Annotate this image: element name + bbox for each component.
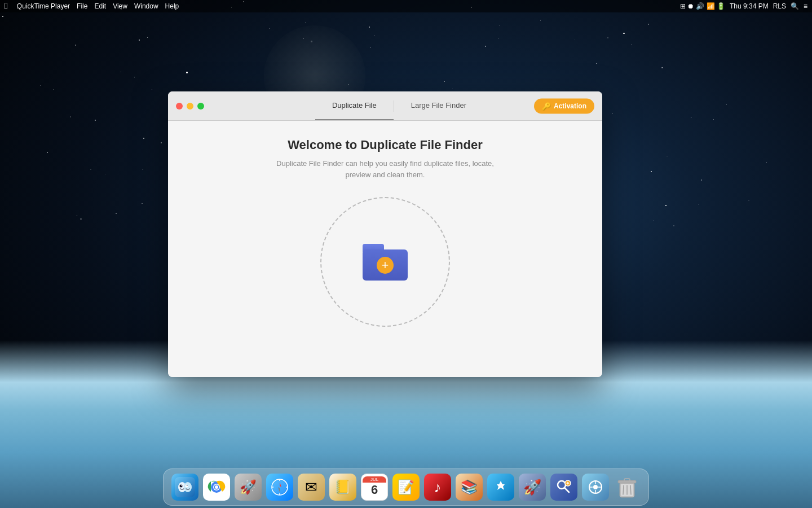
star: [40, 85, 41, 86]
dock-item-mailbird[interactable]: ✉: [297, 472, 326, 502]
star: [500, 25, 500, 26]
star: [2, 16, 3, 17]
edit-menu[interactable]: Edit: [94, 2, 106, 10]
star: [105, 174, 105, 175]
menubar-left:  QuickTime Player File Edit View Window…: [5, 1, 680, 11]
star: [306, 22, 306, 23]
star: [766, 163, 767, 163]
dock-item-rocket-typist[interactable]: 🚀: [233, 472, 263, 502]
dock-item-launchrocket[interactable]: 🚀: [518, 472, 547, 502]
tab-duplicate-file[interactable]: Duplicate File: [315, 91, 394, 120]
dock-item-address-book[interactable]: 📒: [328, 472, 358, 502]
app-name-menu[interactable]: QuickTime Player: [17, 2, 70, 10]
folder-body: +: [363, 249, 408, 281]
menubar-search[interactable]: 🔍: [791, 2, 799, 10]
star: [134, 77, 135, 77]
calendar-date: 6: [371, 483, 378, 497]
content-area: Welcome to Duplicate File Finder Duplica…: [168, 121, 602, 377]
menubar-user: RLS: [773, 2, 786, 10]
star: [142, 203, 143, 204]
svg-line-33: [623, 485, 624, 494]
view-menu[interactable]: View: [113, 2, 127, 10]
rocket-typist-icon: 🚀: [235, 474, 262, 501]
dock: 🚀 ✉ 📒 JUL: [163, 468, 649, 506]
star: [70, 116, 70, 117]
duplicate-finder-icon: [550, 474, 577, 501]
close-button[interactable]: [176, 103, 183, 110]
drop-zone[interactable]: +: [320, 197, 450, 327]
star: [186, 72, 187, 73]
dock-item-trash[interactable]: [612, 472, 642, 502]
menubar-right: ⊞ ⏺ 🔊 📶 🔋 Thu 9:34 PM RLS 🔍 ≡: [680, 2, 807, 10]
welcome-subtitle: Duplicate File Finder can help you easil…: [276, 158, 494, 180]
dock-item-chrome[interactable]: [202, 472, 231, 502]
star: [270, 28, 270, 29]
star: [143, 169, 143, 170]
dock-item-books[interactable]: 📚: [454, 472, 484, 502]
star: [370, 47, 371, 48]
star: [303, 38, 304, 39]
dock-item-duplicate-finder[interactable]: [549, 472, 579, 502]
star: [90, 169, 91, 170]
star: [143, 138, 144, 139]
star: [701, 179, 702, 181]
star: [770, 62, 770, 62]
star: [673, 225, 674, 226]
dock-item-safari[interactable]: [265, 472, 294, 502]
activation-button[interactable]: 🔑 Activation: [534, 98, 594, 113]
dock-item-proxyman[interactable]: [581, 472, 610, 502]
star: [54, 89, 54, 90]
star: [632, 44, 632, 45]
appstore-icon: [487, 474, 514, 501]
star: [152, 89, 152, 90]
window-menu[interactable]: Window: [134, 2, 158, 10]
star: [651, 171, 652, 172]
file-menu[interactable]: File: [77, 2, 87, 10]
svg-point-3: [180, 485, 183, 488]
maximize-button[interactable]: [197, 103, 204, 110]
launchrocket-icon: 🚀: [519, 474, 546, 501]
svg-point-2: [184, 482, 192, 492]
svg-line-35: [630, 485, 631, 494]
dock-item-music[interactable]: ♪: [423, 472, 452, 502]
dock-item-calendar[interactable]: JUL 6: [360, 472, 389, 502]
svg-point-6: [187, 485, 188, 486]
help-menu[interactable]: Help: [165, 2, 179, 10]
menubar-list[interactable]: ≡: [804, 2, 807, 10]
star: [452, 89, 453, 89]
svg-point-4: [186, 485, 188, 488]
proxyman-icon: [582, 474, 609, 501]
star: [654, 220, 654, 221]
folder-icon: +: [363, 244, 408, 281]
star: [648, 24, 649, 25]
star: [80, 218, 81, 220]
star: [612, 113, 613, 114]
svg-point-11: [215, 485, 218, 489]
star: [77, 215, 77, 216]
star: [374, 35, 374, 36]
window-controls: [176, 103, 204, 110]
dock-item-finder[interactable]: [170, 472, 200, 502]
finder-icon: [171, 474, 198, 501]
star: [623, 33, 624, 34]
tab-large-file-finder[interactable]: Large File Finder: [394, 91, 483, 120]
safari-icon: [266, 474, 293, 501]
star: [47, 152, 48, 153]
star: [369, 27, 370, 28]
calendar-icon: JUL 6: [361, 474, 388, 501]
star: [121, 72, 121, 72]
apple-menu[interactable]: : [5, 1, 8, 11]
star: [161, 142, 161, 143]
dock-item-stickies[interactable]: 📝: [391, 472, 421, 502]
app-window: Duplicate File Large File Finder 🔑 Activ…: [168, 91, 602, 377]
dock-item-appstore[interactable]: [486, 472, 515, 502]
activation-icon: 🔑: [542, 102, 551, 110]
menubar-icons: ⊞ ⏺ 🔊 📶 🔋: [680, 2, 725, 10]
stickies-icon: 📝: [392, 474, 420, 501]
books-icon: 📚: [456, 474, 483, 501]
folder-plus-icon: +: [377, 257, 394, 274]
menubar:  QuickTime Player File Edit View Window…: [0, 0, 812, 12]
star: [713, 119, 714, 120]
minimize-button[interactable]: [187, 103, 193, 110]
star: [748, 200, 749, 201]
